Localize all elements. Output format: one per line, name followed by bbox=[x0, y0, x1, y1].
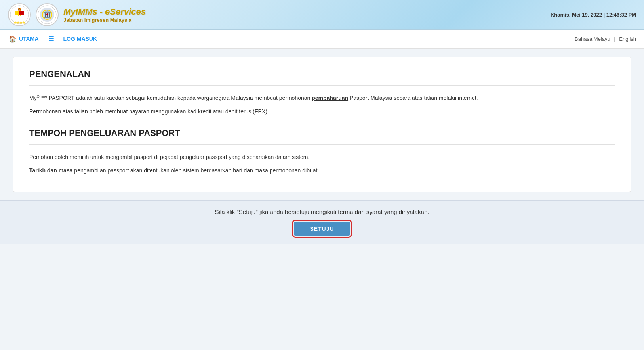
site-title-sub: Jabatan Imigresen Malaysia bbox=[63, 17, 146, 23]
header: 🐯 ⭐⭐⭐⭐ 🏛️ ✦ MyIMMs - eServices Jabatan I… bbox=[0, 0, 644, 30]
nav-utama-label: UTAMA bbox=[19, 36, 39, 42]
section2-para1: Pemohon boleh memilih untuk mengambil pa… bbox=[29, 153, 615, 161]
section1-para1-text2: Pasport Malaysia secara atas talian mela… bbox=[348, 95, 478, 101]
datetime-display: Khamis, Mei 19, 2022 | 12:46:32 PM bbox=[551, 12, 636, 18]
site-title-main: MyIMMs - eServices bbox=[63, 7, 146, 17]
svg-text:✦: ✦ bbox=[46, 12, 49, 17]
nav-logmasuk[interactable]: LOG MASUK bbox=[63, 34, 98, 44]
home-icon: 🏠 bbox=[9, 35, 17, 43]
navbar: 🏠 UTAMA ☰ LOG MASUK Bahasa Melayu | Engl… bbox=[0, 30, 644, 49]
footer-agree-text: Sila klik "Setuju" jika anda bersetuju m… bbox=[12, 208, 632, 215]
section1-para2: Permohonan atas talian boleh membuat bay… bbox=[29, 107, 615, 116]
section1-title: PENGENALAN bbox=[29, 69, 615, 86]
logo-malaysia: 🐯 ⭐⭐⭐⭐ bbox=[8, 3, 31, 26]
section-pengenalan: PENGENALAN MyOnline PASPORT adalah satu … bbox=[29, 69, 615, 116]
nav-logmasuk-label: LOG MASUK bbox=[63, 36, 97, 42]
svg-rect-3 bbox=[19, 11, 24, 15]
svg-rect-2 bbox=[15, 11, 19, 15]
section1-para1: MyOnline PASPORT adalah satu kaedah seba… bbox=[29, 94, 615, 102]
setuju-button[interactable]: SETUJU bbox=[294, 222, 350, 236]
footer-bar: Sila klik "Setuju" jika anda bersetuju m… bbox=[0, 200, 644, 244]
lang-separator: | bbox=[614, 36, 615, 42]
header-logos: 🐯 ⭐⭐⭐⭐ 🏛️ ✦ MyIMMs - eServices Jabatan I… bbox=[8, 3, 146, 26]
section1-para1-text: PASPORT adalah satu kaedah sebagai kemud… bbox=[47, 95, 312, 101]
section-tempoh: TEMPOH PENGELUARAN PASPORT Pemohon boleh… bbox=[29, 128, 615, 175]
site-title: MyIMMs - eServices Jabatan Imigresen Mal… bbox=[63, 7, 146, 23]
lang-malay-link[interactable]: Bahasa Melayu bbox=[575, 36, 610, 42]
lang-english-link[interactable]: English bbox=[619, 36, 636, 42]
section2-para2-bold: Tarikh dan masa bbox=[29, 167, 72, 174]
nav-home[interactable]: 🏠 UTAMA bbox=[8, 34, 40, 44]
menu-icon: ☰ bbox=[48, 35, 54, 43]
logo-immigration: 🏛️ ✦ bbox=[36, 3, 59, 26]
myonline-prefix: MyOnline bbox=[29, 95, 47, 101]
content-panel: PENGENALAN MyOnline PASPORT adalah satu … bbox=[13, 57, 631, 192]
section2-para2: Tarikh dan masa pengambilan passport aka… bbox=[29, 166, 615, 175]
svg-text:⭐⭐⭐⭐: ⭐⭐⭐⭐ bbox=[14, 21, 25, 24]
navbar-left: 🏠 UTAMA ☰ LOG MASUK bbox=[8, 34, 98, 44]
section1-para1-bold: pembaharuan bbox=[312, 95, 348, 101]
section2-para2-text: pengambilan passport akan ditentukan ole… bbox=[72, 167, 319, 174]
language-selector: Bahasa Melayu | English bbox=[575, 36, 636, 42]
nav-menu[interactable]: ☰ bbox=[48, 34, 55, 44]
footer-button-wrap: SETUJU bbox=[12, 222, 632, 236]
main-content: PENGENALAN MyOnline PASPORT adalah satu … bbox=[1, 49, 643, 200]
svg-text:🐯: 🐯 bbox=[18, 8, 21, 11]
section2-title: TEMPOH PENGELUARAN PASPORT bbox=[29, 128, 615, 145]
